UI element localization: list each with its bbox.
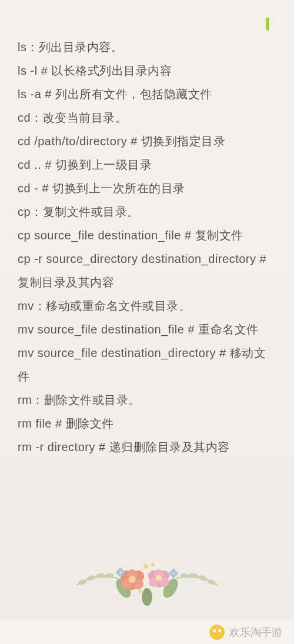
svg-point-10 — [189, 572, 199, 579]
text-line: rm -r directory # 递归删除目录及其内容 — [18, 435, 276, 459]
watermark-footer: 欢乐淘手游 — [0, 620, 294, 644]
svg-point-38 — [172, 572, 175, 575]
svg-point-9 — [198, 575, 208, 582]
text-line: cd - # 切换到上一次所在的目录 — [18, 176, 276, 200]
text-line: ls -l # 以长格式列出目录内容 — [18, 59, 276, 82]
svg-point-5 — [86, 575, 96, 582]
text-line: cd /path/to/directory # 切换到指定目录 — [18, 129, 276, 153]
svg-point-41 — [138, 589, 142, 593]
flower-decoration — [65, 544, 229, 615]
dragonfly-icon — [253, 9, 282, 38]
text-line: ls：列出目录内容。 — [18, 35, 276, 59]
text-line: ls -a # 列出所有文件，包括隐藏文件 — [18, 82, 276, 106]
svg-point-14 — [142, 588, 152, 606]
text-line: cp -r source_directory destination_direc… — [18, 247, 276, 294]
svg-point-40 — [151, 563, 155, 566]
text-line: cp：复制文件或目录。 — [18, 200, 276, 223]
text-line: cd .. # 切换到上一级目录 — [18, 153, 276, 176]
text-line: cp source_file destination_file # 复制文件 — [18, 223, 276, 247]
svg-point-11 — [180, 573, 190, 579]
text-line: mv source_file destination_directory # 移… — [18, 341, 276, 388]
text-line: cd：改变当前目录。 — [18, 106, 276, 129]
text-line: rm：删除文件或目录。 — [18, 388, 276, 412]
text-line: rm file # 删除文件 — [18, 412, 276, 435]
text-line: mv：移动或重命名文件或目录。 — [18, 294, 276, 318]
command-reference-text: ls：列出目录内容。 ls -l # 以长格式列出目录内容 ls -a # 列出… — [0, 0, 294, 471]
brand-text: 欢乐淘手游 — [229, 625, 282, 639]
svg-point-33 — [119, 571, 122, 573]
svg-point-3 — [266, 18, 269, 21]
text-line: mv source_file destination_file # 重命名文件 — [18, 318, 276, 341]
brand-icon — [209, 625, 225, 640]
svg-point-21 — [129, 576, 136, 583]
svg-point-28 — [156, 575, 162, 581]
svg-point-6 — [95, 572, 105, 579]
svg-point-39 — [143, 564, 148, 569]
svg-point-7 — [103, 573, 113, 579]
